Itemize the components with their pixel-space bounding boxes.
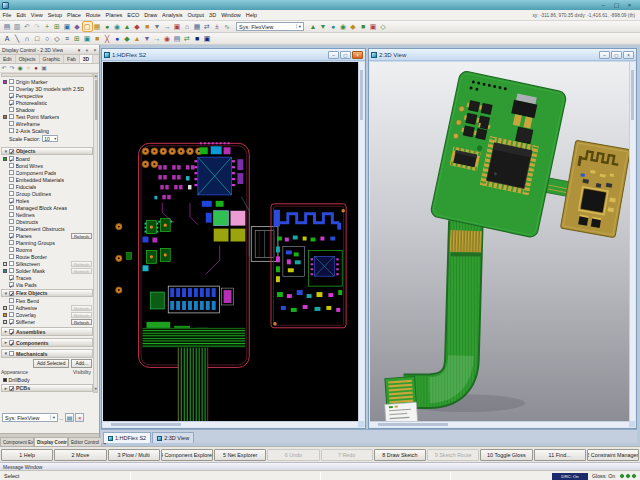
function-key-button[interactable]: 11 Find... (534, 449, 586, 461)
object-row[interactable]: Solder Mask Refresh (1, 267, 93, 274)
checkbox[interactable] (9, 291, 14, 296)
display-control-icon[interactable]: ▦ (93, 22, 102, 31)
checkbox[interactable] (9, 128, 14, 133)
function-key-button[interactable]: 12 Constraint Manager... (587, 449, 639, 461)
raise-icon[interactable]: ▲ (123, 22, 132, 31)
add-button[interactable]: Add... (71, 359, 92, 368)
refresh-button[interactable]: Refresh (71, 305, 92, 311)
checkbox[interactable] (9, 86, 14, 91)
refresh-button[interactable]: Refresh (71, 233, 92, 239)
lower-icon[interactable]: ▼ (153, 22, 162, 31)
function-key-button[interactable]: 1 Help (1, 449, 53, 461)
object-row[interactable]: Route Border (1, 253, 93, 260)
test-point-icon[interactable]: ◆ (349, 22, 358, 31)
horizontal-scrollbar[interactable] (370, 421, 629, 427)
menu-item[interactable]: Planes (103, 12, 125, 18)
report-icon[interactable]: ▤ (173, 34, 182, 43)
flex-object-row[interactable]: Flex Bend (1, 297, 93, 304)
scrollbar-thumb[interactable] (631, 70, 634, 120)
checkbox[interactable] (9, 254, 14, 259)
checkbox[interactable] (9, 121, 14, 126)
restore-button[interactable]: ▢ (340, 51, 351, 59)
panel-menu-icon[interactable]: ▾ (75, 46, 83, 54)
checkbox[interactable] (9, 386, 14, 391)
panel-tab[interactable]: Fab (64, 55, 80, 63)
text-tool-icon[interactable]: A (3, 34, 12, 43)
object-row[interactable]: Planning Groups (1, 239, 93, 246)
rect-tool-icon[interactable]: □ (33, 34, 42, 43)
stop-check-icon[interactable]: ▣ (369, 22, 378, 31)
checkbox[interactable] (9, 114, 14, 119)
menu-item[interactable]: ECO (125, 12, 142, 18)
filter-icon[interactable]: ▣ (40, 64, 48, 72)
section-pcbs[interactable]: ▸ PCBs (1, 384, 93, 392)
checkbox[interactable] (9, 319, 14, 324)
scroll-down-icon[interactable]: ▼ (94, 387, 97, 392)
section-assemblies[interactable]: ▸ Assemblies (1, 327, 93, 336)
checkbox[interactable] (9, 275, 14, 280)
pad-icon[interactable]: ▣ (83, 34, 92, 43)
grid-snap-icon[interactable]: ⊞ (73, 34, 82, 43)
object-row[interactable]: Silkscreen Refresh (1, 260, 93, 267)
scale-factor-combo[interactable]: 10 ▾ (42, 135, 58, 142)
menu-item[interactable]: Place (65, 12, 84, 18)
save-icon[interactable]: ▤ (3, 22, 12, 31)
message-window-bar[interactable]: Message Window (0, 462, 640, 470)
close-button[interactable]: × (352, 51, 363, 59)
restore-button[interactable]: ▢ (611, 51, 622, 59)
function-key-button[interactable]: 10 Toggle Gloss (480, 449, 532, 461)
plane-shape-icon[interactable]: ■ (93, 34, 102, 43)
object-row[interactable]: Embedded Materials (1, 176, 93, 183)
object-row[interactable]: Traces (1, 274, 93, 281)
scrollbar-thumb[interactable] (111, 423, 181, 426)
display-option-row[interactable]: Origin Marker (1, 78, 93, 85)
checkbox[interactable] (9, 170, 14, 175)
checkbox[interactable] (9, 261, 14, 266)
layers-icon[interactable]: ▦ (193, 22, 202, 31)
undo-icon[interactable]: ↶ (23, 22, 32, 31)
vertical-scrollbar[interactable] (629, 62, 635, 421)
checkbox[interactable] (9, 329, 14, 334)
section-components[interactable]: ▸ Components (1, 338, 93, 347)
display-option-row[interactable]: Test Point Markers (1, 113, 93, 120)
checkbox[interactable] (9, 282, 14, 287)
panel-tab[interactable]: Objects (16, 55, 40, 63)
netline-icon[interactable]: ╳ (103, 34, 112, 43)
menu-item[interactable]: 3D (207, 12, 219, 18)
window-3d-titlebar[interactable]: 2:3D View – ▢ × (369, 49, 636, 61)
object-row[interactable]: Managed Block Areas (1, 204, 93, 211)
display-option-row[interactable]: Photorealistic (1, 99, 93, 106)
save-scheme-icon[interactable]: ▤ (65, 413, 74, 422)
checkbox[interactable] (9, 205, 14, 210)
scrollbar-thumb[interactable] (95, 80, 98, 120)
checkbox[interactable] (9, 219, 14, 224)
route-icon[interactable]: → (163, 22, 172, 31)
function-key-button[interactable]: 4 Component Explorer (161, 449, 213, 461)
swap-icon[interactable]: ⇄ (203, 22, 212, 31)
dock-tab[interactable]: Display Control... (34, 437, 68, 446)
pour-plane-icon[interactable]: ● (329, 22, 338, 31)
checkbox[interactable] (9, 149, 14, 154)
align-down-icon[interactable]: ▼ (319, 22, 328, 31)
menu-item[interactable]: Route (83, 12, 103, 18)
select-mode-icon[interactable]: ▢ (83, 22, 92, 31)
pcb-3d-canvas[interactable] (370, 62, 629, 421)
checkbox[interactable] (9, 212, 14, 217)
object-row[interactable]: Placement Obstructs (1, 225, 93, 232)
coverlay-tool-icon[interactable]: ▼ (143, 34, 152, 43)
bend-area-icon[interactable]: ◆ (123, 34, 132, 43)
view-scheme-combo[interactable]: Sys: FlexView ▾ (236, 22, 304, 31)
home-view-icon[interactable]: ⌂ (183, 22, 192, 31)
display-option-row[interactable]: Overlay 3D models with 2.5D (1, 85, 93, 92)
measure-icon[interactable]: ± (213, 22, 222, 31)
checkbox[interactable] (9, 163, 14, 168)
checkbox[interactable] (9, 340, 14, 345)
close-button[interactable]: × (623, 1, 636, 9)
function-key-button[interactable]: 7 Redo (321, 449, 373, 461)
dock-tab[interactable]: Editor Control (68, 437, 102, 446)
outline-icon[interactable]: ◇ (379, 22, 388, 31)
menu-item[interactable]: View (28, 12, 45, 18)
exchange-icon[interactable]: ⇄ (183, 34, 192, 43)
checkbox[interactable] (9, 298, 14, 303)
refresh-button[interactable]: Refresh (71, 319, 92, 325)
